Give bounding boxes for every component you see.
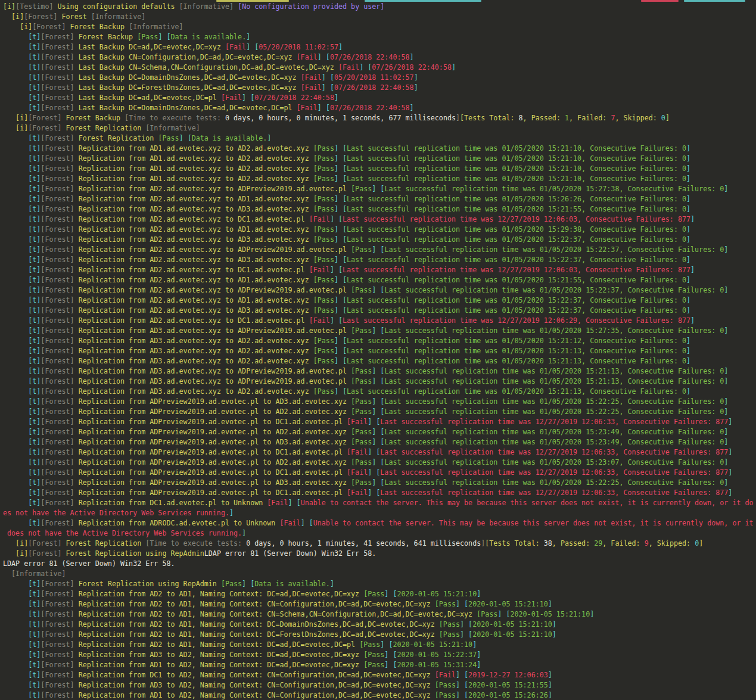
console-text-segment: [t] xyxy=(3,53,41,61)
console-text-segment: Last successful replication time was 01/… xyxy=(384,286,724,294)
console-line: [t][Forest] Replication from ADPreview20… xyxy=(3,447,756,458)
console-text-segment: [t] xyxy=(3,245,41,254)
console-text-segment: [t] xyxy=(3,185,41,193)
console-text-segment: [Forest] xyxy=(41,266,74,274)
console-text-segment: LDAP error 81 (Server Down) Win32 Err 58… xyxy=(3,559,175,568)
console-text-segment: Replication from ADPreview2019.ad.evotec… xyxy=(74,438,351,446)
console-text-segment: [t] xyxy=(3,377,41,385)
console-text-segment: ] [ xyxy=(334,276,347,284)
console-text-segment: [Fail xyxy=(297,104,318,112)
console-text-segment: ] [ xyxy=(246,43,259,51)
console-text-segment: [t] xyxy=(3,175,41,183)
console-text-segment: [Forest] xyxy=(41,640,74,649)
console-text-segment: Replication from AD2.ad.evotec.xyz to AD… xyxy=(74,286,351,294)
console-text-segment: Replication from AD2 to AD1, Naming Cont… xyxy=(74,610,477,618)
console-text-segment: ] [ xyxy=(301,519,313,527)
console-text-segment: Replication from AD1 to AD2, Naming Cont… xyxy=(74,661,364,669)
console-text-segment: Last successful replication time was 12/… xyxy=(343,266,690,274)
console-text-segment: , Skipped: xyxy=(615,114,661,122)
console-text-segment: [t] xyxy=(3,478,41,487)
console-text-segment: [Forest] xyxy=(41,144,74,153)
console-text-segment: [Forest] xyxy=(41,63,74,71)
console-text-segment: Replication from AD1.ad.evotec.xyz to AD… xyxy=(74,164,313,173)
console-text-segment: [t] xyxy=(3,266,41,274)
console-line: [i][Forest] Forest [Informative] xyxy=(3,12,756,22)
console-text-segment: Last successful replication time was 12/… xyxy=(380,448,728,456)
console-text-segment: [t] xyxy=(3,458,41,466)
console-line: does not have the Active Directory Web S… xyxy=(3,528,756,539)
console-text-segment: [Forest] xyxy=(41,438,74,446)
console-line: [t][Forest] Replication from ADPreview20… xyxy=(3,407,756,417)
console-line: [t][Forest] Replication from AD3 to AD2,… xyxy=(3,650,756,660)
console-text-segment: [Forest] xyxy=(41,397,74,406)
console-text-segment: [Forest] xyxy=(41,499,74,507)
console-text-segment: Replication from ADPreview2019.ad.evotec… xyxy=(74,489,347,497)
console-text-segment: [Forest] xyxy=(41,256,74,264)
console-line: [i][Forest] Forest Backup [Time to execu… xyxy=(3,113,756,123)
console-text-segment: [Informative] xyxy=(91,13,145,21)
console-text-segment: [t] xyxy=(3,83,41,92)
console-text-segment: [Fail xyxy=(347,468,368,477)
console-text-segment: [Fail xyxy=(221,94,242,102)
console-line: [t][Forest] Last Backup DC=ad,DC=evotec,… xyxy=(3,93,756,103)
console-text-segment: ] [ xyxy=(334,347,347,355)
console-line: [t][Forest] Forest Backup [Pass] [Data i… xyxy=(3,32,756,42)
console-text-segment: ] xyxy=(686,276,690,284)
console-text-segment: [Pass xyxy=(313,144,334,153)
console-text-segment: Last successful replication time was 01/… xyxy=(347,306,686,315)
console-text-segment: 2020-01-05 15:21:55 xyxy=(468,681,548,689)
console-text-segment: Replication from AD3.ad.evotec.xyz to AD… xyxy=(74,357,313,365)
console-text-segment: ] xyxy=(690,316,695,325)
console-text-segment: [i] xyxy=(3,2,15,11)
console-text-segment: ] [ xyxy=(384,590,397,598)
console-line: [t][Forest] Forest Replication using Rep… xyxy=(3,579,756,589)
console-text-segment: [Forest] xyxy=(41,185,74,193)
console-text-segment: [Forest] xyxy=(41,104,74,112)
console-text-segment: Last successful replication time was 12/… xyxy=(380,418,728,426)
console-text-segment: 0 days, 0 hours, 1 minutes, 41 seconds, … xyxy=(246,539,481,547)
console-text-segment: ] xyxy=(686,347,690,355)
console-text-segment: [t] xyxy=(3,205,41,213)
console-line: [i][Forest] Forest Backup [Informative] xyxy=(3,22,756,32)
console-text-segment: Replication from AD2.ad.evotec.xyz to AD… xyxy=(74,296,313,304)
console-text-segment: ] [ xyxy=(359,63,372,71)
console-text-segment: Last successful replication time was 01/… xyxy=(384,458,724,466)
console-text-segment: Last Backup CN=Schema,CN=Configuration,D… xyxy=(74,63,338,71)
console-text-segment: ] xyxy=(472,640,477,649)
console-line: [t][Forest] Replication from AD2.ad.evot… xyxy=(3,295,756,306)
console-text-segment: ] xyxy=(548,691,552,699)
console-text-segment: ] [ xyxy=(334,205,347,213)
console-text-segment: ] xyxy=(724,367,728,375)
console-text-segment: Last Backup CN=Configuration,DC=ad,DC=ev… xyxy=(74,53,297,61)
console-text-segment: [Forest] xyxy=(41,590,74,598)
console-text-segment: [Pass xyxy=(435,600,456,608)
console-line: [t][Forest] Last Backup CN=Schema,CN=Con… xyxy=(3,63,756,73)
console-text-segment: Replication from ADPreview2019.ad.evotec… xyxy=(74,448,347,456)
console-text-segment: [Pass xyxy=(313,195,334,203)
console-text-segment: ] [ xyxy=(330,316,343,325)
console-text-segment: Replication from ADPreview2019.ad.evotec… xyxy=(74,458,351,466)
console-text-segment: ] [ xyxy=(368,418,380,426)
console-text-segment: [t] xyxy=(3,306,41,315)
console-line: [t][Forest] Replication from AD1 to AD2,… xyxy=(3,690,756,700)
console-text-segment: [Fail xyxy=(309,215,330,223)
console-text-segment: [Fail xyxy=(347,489,368,497)
console-line: [t][Forest] Replication from AD3.ad.evot… xyxy=(3,326,756,336)
console-line: [t][Forest] Replication from ADPreview20… xyxy=(3,468,756,478)
console-text-segment: ] xyxy=(724,286,728,294)
console-text-segment: [Pass xyxy=(439,630,460,639)
console-line: [t][Forest] Replication from AD2.ad.evot… xyxy=(3,235,756,245)
console-text-segment: Replication from AD3.ad.evotec.xyz to AD… xyxy=(74,387,313,396)
console-text-segment: [t] xyxy=(3,651,41,659)
console-text-segment: Replication from AD1.ad.evotec.xyz to AD… xyxy=(74,154,313,163)
console-text-segment: 8 xyxy=(519,114,523,122)
console-text-segment: [Forest] xyxy=(41,580,74,588)
console-text-segment: [i] xyxy=(3,539,28,547)
console-line: [t][Forest] Replication from AD3 to AD2,… xyxy=(3,680,756,690)
console-text-segment: [Forest] xyxy=(41,630,74,639)
console-text-segment: ] xyxy=(724,326,728,335)
console-text-segment: 2020-01-05 15:22:37 xyxy=(397,651,477,659)
console-text-segment: [Pass xyxy=(359,640,380,649)
console-text-segment: [t] xyxy=(3,640,41,649)
console-text-segment: 2020-01-05 15:21:10 xyxy=(397,590,477,598)
